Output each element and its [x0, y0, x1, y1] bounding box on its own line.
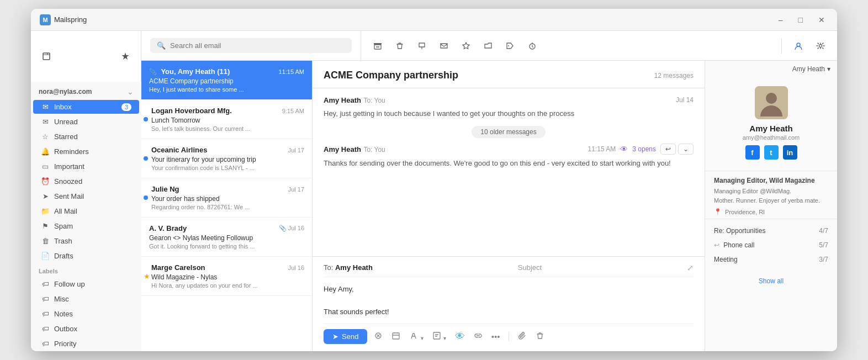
thread-body: Thanks for sending over the documents. W…: [324, 158, 694, 169]
compose-body[interactable]: Hey Amy,That sounds perfect!: [324, 282, 694, 320]
offline-mode-button[interactable]: [118, 49, 133, 64]
send-button[interactable]: ➤ Search all emailSend: [324, 329, 367, 344]
email-item[interactable]: A. V. Brady 📎 Jul 16 Gearon <> Nylas Mee…: [141, 218, 312, 257]
email-item[interactable]: Logan Hoverboard Mfg. 9:15 AM Lunch Tomo…: [141, 100, 312, 139]
formatting-button[interactable]: ▾: [407, 329, 425, 344]
remind-button[interactable]: [525, 38, 540, 54]
email-time: 📎 Jul 16: [279, 225, 304, 232]
twitter-button[interactable]: t: [764, 145, 779, 160]
sidebar-item-snoozed[interactable]: ⏰ Snoozed: [33, 174, 139, 188]
search-input[interactable]: [170, 41, 345, 50]
expand-button[interactable]: ⌄: [678, 144, 694, 155]
sidebar-item-notes[interactable]: 🏷 Notes: [33, 307, 139, 321]
minimize-button[interactable]: –: [775, 14, 786, 25]
email-subject: Your order has shipped: [151, 195, 304, 203]
star-button[interactable]: [458, 38, 474, 54]
email-item[interactable]: Oceanic Airlines Jul 17 Your itinerary f…: [141, 139, 312, 178]
thread-message: Amy Heath To: You Jul 14 Hey, just getti…: [324, 95, 694, 119]
account-email: nora@nylas.com: [39, 88, 92, 96]
important-icon: ▭: [41, 162, 50, 171]
email-time: Jul 17: [288, 186, 304, 193]
allmail-icon: 📁: [41, 207, 50, 215]
mark-read-button[interactable]: [436, 38, 452, 54]
sidebar-item-sent[interactable]: ➤ Sent Mail: [33, 189, 139, 203]
star-indicator: ★: [144, 272, 150, 280]
compose-button[interactable]: [39, 49, 54, 64]
reply-buttons: ↩ ⌄: [660, 144, 694, 155]
sidebar-item-spam[interactable]: ⚑ Spam: [33, 219, 139, 233]
sidebar-item-label: Priority: [54, 340, 76, 348]
contact-selector-button[interactable]: Amy Heath ▾: [792, 65, 830, 73]
sidebar-item-reminders[interactable]: 🔔 Reminders: [33, 145, 139, 158]
related-item[interactable]: Meeting 3/7: [705, 252, 837, 267]
sidebar-item-label: Follow up: [54, 280, 85, 288]
chevron-down-icon: ▾: [827, 65, 830, 73]
sidebar-item-inbox[interactable]: ✉ Inbox 3: [33, 100, 139, 114]
email-item-header: Logan Hoverboard Mfg. 9:15 AM: [151, 107, 304, 115]
older-messages-divider: 10 older messages: [324, 126, 694, 138]
thread-body: Hey, just getting in touch because I wan…: [324, 108, 694, 119]
expand-compose-icon[interactable]: ⤢: [687, 263, 694, 272]
email-preview: Got it. Looking forward to getting this …: [149, 243, 304, 250]
delete-button[interactable]: [392, 38, 407, 54]
content-area: 🔍: [141, 31, 837, 351]
sidebar-collapse-button[interactable]: ⌄: [127, 87, 134, 96]
toolbar-separator: [509, 332, 509, 341]
email-item[interactable]: 📎 You, Amy Heath (11) 11:15 AM ACME Comp…: [141, 61, 312, 100]
reply-button[interactable]: ↩: [660, 144, 676, 155]
trash-icon: 🗑: [41, 237, 50, 245]
email-item-header: A. V. Brady 📎 Jul 16: [149, 224, 304, 232]
sidebar-item-unread[interactable]: ✉ Unread: [33, 115, 139, 129]
misc-icon: 🏷: [41, 295, 50, 303]
more-options-button[interactable]: •••: [489, 330, 502, 343]
sidebar-item-followup[interactable]: 🏷 Follow up: [33, 277, 139, 291]
email-item[interactable]: Julie Ng Jul 17 Your order has shipped R…: [141, 178, 312, 218]
sidebar-item-trash[interactable]: 🗑 Trash: [33, 234, 139, 248]
sidebar-item-misc[interactable]: 🏷 Misc: [33, 292, 139, 306]
linkedin-button[interactable]: in: [783, 145, 797, 160]
report-button[interactable]: [414, 38, 430, 54]
email-view-header: ACME Company partnership 12 messages: [313, 61, 705, 88]
discard-draft-button[interactable]: [372, 329, 385, 344]
email-item-header: Oceanic Airlines Jul 17: [151, 146, 304, 154]
followup-icon: 🏷: [41, 280, 50, 288]
tracking-button[interactable]: 👁: [453, 329, 467, 345]
attach-file-button[interactable]: [516, 329, 529, 344]
label-button[interactable]: [502, 38, 518, 54]
related-count: 4/7: [819, 227, 828, 235]
unread-icon: ✉: [41, 118, 50, 126]
sidebar-item-starred[interactable]: ☆ Starred: [33, 130, 139, 144]
sidebar-item-drafts[interactable]: 📄 Drafts: [33, 249, 139, 263]
settings-button[interactable]: [813, 38, 828, 54]
email-sender: Julie Ng: [151, 185, 179, 193]
sidebar-item-important[interactable]: ▭ Important: [33, 160, 139, 173]
close-button[interactable]: ✕: [815, 14, 828, 25]
thread-sender: Amy Heath: [324, 145, 361, 153]
email-item[interactable]: ★ Marge Carelson Jul 16 Wild Magazine - …: [141, 257, 312, 296]
link-tracking-button[interactable]: [472, 329, 485, 344]
delete-draft-button[interactable]: [533, 329, 547, 344]
facebook-button[interactable]: f: [745, 145, 760, 160]
location-icon: 📍: [714, 208, 722, 215]
email-sender: A. V. Brady: [149, 224, 187, 232]
related-item[interactable]: ↩ Phone call 5/7: [705, 238, 837, 252]
move-button[interactable]: [480, 38, 496, 54]
maximize-button[interactable]: □: [795, 14, 806, 25]
schedule-button[interactable]: [389, 329, 403, 344]
sidebar-item-outbox[interactable]: 🏷 Outbox: [33, 322, 139, 336]
archive-button[interactable]: [370, 38, 385, 54]
open-count: 3 opens: [632, 145, 656, 153]
unread-indicator: [144, 117, 148, 121]
template-button[interactable]: ▾: [430, 329, 448, 344]
related-item[interactable]: Re: Opportunities 4/7: [705, 224, 837, 238]
inbox-icon: ✉: [41, 103, 50, 111]
svg-rect-0: [43, 53, 50, 60]
sidebar-item-priority[interactable]: 🏷 Priority: [33, 337, 139, 351]
email-view-title: ACME Company partnership: [324, 70, 458, 81]
contacts-button[interactable]: [791, 38, 806, 54]
older-messages-button[interactable]: 10 older messages: [472, 126, 545, 138]
show-all-button[interactable]: Show all: [759, 277, 784, 285]
svg-point-5: [797, 43, 800, 46]
sidebar-item-label: Notes: [54, 310, 73, 318]
sidebar-item-allmail[interactable]: 📁 All Mail: [33, 204, 139, 218]
